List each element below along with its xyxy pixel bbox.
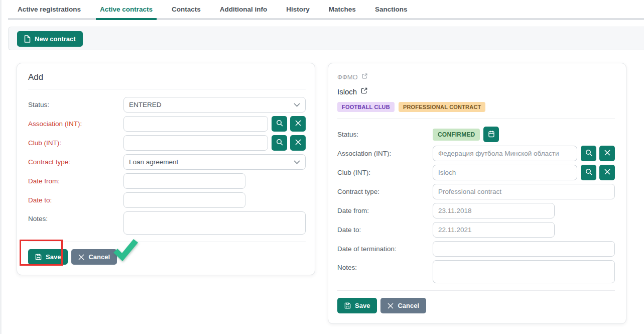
tab-contacts[interactable]: Contacts [171, 0, 202, 20]
contract-type-label: Contract type: [337, 188, 433, 195]
association-input[interactable] [433, 146, 577, 161]
association-clear-button[interactable] [599, 146, 615, 161]
card-title: Add [28, 72, 306, 82]
club-link[interactable]: Isloch [337, 87, 357, 96]
divider [28, 89, 306, 89]
date-from-input[interactable] [123, 173, 245, 189]
association-link[interactable]: ФФМО [337, 73, 358, 81]
association-search-button[interactable] [272, 116, 287, 132]
club-link-row[interactable]: Isloch [337, 87, 615, 96]
cancel-x-icon [388, 303, 394, 309]
club-input[interactable] [123, 135, 268, 151]
club-search-button[interactable] [581, 165, 596, 180]
tab-sanctions[interactable]: Sanctions [374, 0, 409, 20]
notes-textarea[interactable] [123, 211, 306, 235]
save-button[interactable]: Save [337, 298, 377, 313]
association-clear-button[interactable] [290, 116, 306, 132]
association-row: Association (INT): [337, 146, 615, 161]
file-icon [24, 35, 31, 43]
tab-matches[interactable]: Matches [328, 0, 357, 20]
tab-additional-info[interactable]: Additional info [219, 0, 268, 20]
chevron-down-icon [294, 101, 300, 108]
form-actions: Save Cancel [337, 298, 615, 313]
date-termination-label: Date of termination: [337, 245, 433, 253]
status-row: Status: CONFIRMED [337, 127, 615, 142]
save-floppy-icon [35, 254, 42, 260]
external-link-icon [360, 87, 368, 96]
save-floppy-icon [344, 302, 351, 309]
date-to-input[interactable] [123, 192, 245, 208]
association-search-button[interactable] [581, 146, 596, 161]
club-clear-button[interactable] [290, 135, 306, 151]
add-contract-card: Add Status: ENTERED Association (INT): [17, 63, 315, 275]
tab-active-contracts[interactable]: Active contracts [99, 0, 154, 20]
save-button[interactable]: Save [28, 249, 68, 265]
association-input[interactable] [123, 116, 268, 132]
status-history-button[interactable] [483, 127, 499, 142]
external-link-icon [361, 72, 368, 81]
club-row: Club (INT): [337, 165, 615, 180]
divider [337, 119, 615, 119]
search-icon [585, 168, 592, 177]
tab-active-registrations[interactable]: Active registrations [17, 0, 82, 20]
club-label: Club (INT): [28, 139, 123, 147]
badges-row: FOOTBALL CLUB PROFESSIONAL CONTRACT [337, 102, 615, 112]
club-input[interactable] [433, 165, 577, 180]
search-icon [276, 139, 283, 147]
status-row: Status: ENTERED [28, 97, 306, 113]
cancel-label: Cancel [398, 302, 419, 309]
club-label: Club (INT): [337, 169, 433, 176]
clipboard-icon [488, 130, 495, 139]
contract-type-input[interactable] [433, 184, 615, 199]
search-icon [276, 120, 283, 128]
divider [337, 290, 615, 291]
contract-kind-badge: PROFESSIONAL CONTRACT [399, 102, 486, 112]
contract-details-card: ФФМО Isloch FOOTBALL CLUB PROFESSIONAL C… [328, 63, 626, 324]
date-from-label: Date from: [337, 207, 433, 214]
new-contract-button[interactable]: New contract [17, 31, 83, 47]
clear-x-icon [295, 139, 301, 147]
status-confirmed-badge: CONFIRMED [433, 129, 480, 141]
notes-row: Notes: [337, 260, 615, 283]
date-to-label: Date to: [337, 226, 433, 234]
notes-row: Notes: [28, 211, 306, 235]
notes-textarea[interactable] [433, 260, 615, 283]
cancel-label: Cancel [88, 253, 110, 261]
cancel-button[interactable]: Cancel [380, 298, 426, 313]
contract-type-select[interactable]: Loan agreement [123, 154, 306, 170]
date-from-row: Date from: [337, 203, 615, 218]
clear-x-icon [604, 169, 610, 176]
association-row: Association (INT): [28, 116, 306, 132]
divider [28, 242, 306, 242]
clear-x-icon [604, 150, 610, 157]
save-label: Save [355, 302, 370, 309]
date-from-label: Date from: [28, 177, 123, 185]
association-label: Association (INT): [28, 120, 123, 128]
club-clear-button[interactable] [599, 165, 615, 180]
cancel-x-icon [78, 254, 84, 260]
club-search-button[interactable] [272, 135, 287, 151]
status-select[interactable]: ENTERED [123, 97, 306, 113]
new-contract-label: New contract [35, 35, 76, 43]
contract-type-select-value: Loan agreement [129, 158, 178, 166]
cancel-button[interactable]: Cancel [71, 249, 117, 265]
save-label: Save [46, 253, 61, 261]
search-icon [585, 149, 592, 158]
status-label: Status: [28, 101, 123, 108]
club-type-badge: FOOTBALL CLUB [337, 102, 395, 112]
tab-history[interactable]: History [285, 0, 311, 20]
contract-type-row: Contract type: [337, 184, 615, 199]
club-row: Club (INT): [28, 135, 306, 151]
date-from-row: Date from: [28, 173, 306, 189]
date-from-input[interactable] [433, 203, 555, 218]
date-to-row: Date to: [28, 192, 306, 208]
clear-x-icon [295, 120, 301, 128]
association-link-row[interactable]: ФФМО [337, 72, 615, 81]
tab-bar: Active registrations Active contracts Co… [2, 0, 644, 20]
contract-type-label: Contract type: [28, 158, 123, 166]
contracts-toolbar: New contract [8, 27, 644, 50]
date-to-input[interactable] [433, 222, 555, 238]
contract-type-row: Contract type: Loan agreement [28, 154, 306, 170]
date-termination-row: Date of termination: [337, 241, 615, 257]
date-termination-input[interactable] [433, 241, 615, 257]
